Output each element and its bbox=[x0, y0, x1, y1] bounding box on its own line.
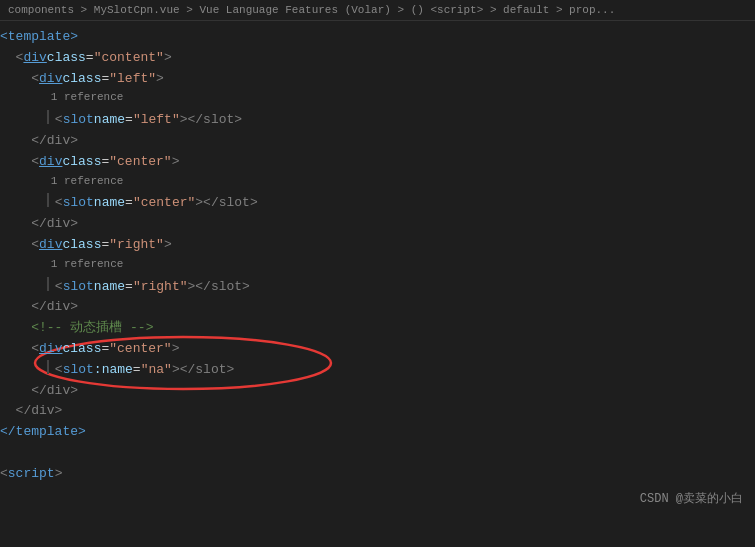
code-token: name bbox=[94, 193, 125, 214]
code-token: < bbox=[55, 193, 63, 214]
code-line: <div class="content"> bbox=[0, 48, 755, 69]
code-token: div bbox=[39, 235, 62, 256]
code-line: </div> bbox=[0, 297, 755, 318]
code-line: <template> bbox=[0, 27, 755, 48]
code-token: slot bbox=[63, 360, 94, 381]
breadcrumb-text: components > MySlotCpn.vue > Vue Languag… bbox=[8, 4, 615, 16]
code-token: div bbox=[23, 48, 46, 69]
code-line-circled-slot: <slot :name="na"></slot> bbox=[0, 360, 755, 381]
code-token: < bbox=[31, 339, 39, 360]
code-line: 1 reference bbox=[0, 173, 755, 194]
code-token: name bbox=[94, 277, 125, 298]
code-token: div bbox=[39, 339, 62, 360]
comment-token: <!-- 动态插槽 --> bbox=[31, 318, 153, 339]
code-token: > bbox=[164, 48, 172, 69]
code-line: <slot name="left"></slot> bbox=[0, 110, 755, 131]
bottom-bar: CSDN @卖菜的小白 bbox=[0, 486, 755, 511]
code-token: = bbox=[101, 69, 109, 90]
vbar bbox=[47, 110, 49, 124]
code-token: > bbox=[156, 69, 164, 90]
code-token: div bbox=[39, 69, 62, 90]
code-line: <slot name="center"></slot> bbox=[0, 193, 755, 214]
code-token: "left" bbox=[109, 69, 156, 90]
code-token: = bbox=[101, 339, 109, 360]
code-token: class bbox=[47, 48, 86, 69]
reference-hint: 1 reference bbox=[51, 173, 124, 191]
code-token: class bbox=[62, 339, 101, 360]
code-line: <div class="center"> bbox=[0, 152, 755, 173]
code-token: div bbox=[39, 152, 62, 173]
code-line: <!-- 动态插槽 --> bbox=[0, 318, 755, 339]
code-token: < bbox=[55, 360, 63, 381]
code-token: < bbox=[0, 464, 8, 485]
code-line: <div class="right"> bbox=[0, 235, 755, 256]
code-token: class bbox=[62, 69, 101, 90]
code-line: </div> bbox=[0, 381, 755, 402]
code-token: "right" bbox=[109, 235, 164, 256]
code-token: class bbox=[62, 152, 101, 173]
code-token: ></slot> bbox=[195, 193, 257, 214]
code-token: </div> bbox=[31, 131, 78, 152]
code-token: ></slot> bbox=[187, 277, 249, 298]
code-line: </div> bbox=[0, 401, 755, 422]
code-token: = bbox=[101, 235, 109, 256]
code-token: :name bbox=[94, 360, 133, 381]
code-token: > bbox=[164, 235, 172, 256]
code-token: > bbox=[172, 152, 180, 173]
code-token: "content" bbox=[94, 48, 164, 69]
code-token: <template> bbox=[0, 27, 78, 48]
code-token: < bbox=[31, 152, 39, 173]
code-token: name bbox=[94, 110, 125, 131]
code-token: </div> bbox=[16, 401, 63, 422]
code-token: "left" bbox=[133, 110, 180, 131]
code-line: 1 reference bbox=[0, 89, 755, 110]
code-token: </div> bbox=[31, 381, 78, 402]
code-token: > bbox=[55, 464, 63, 485]
code-token: </div> bbox=[31, 297, 78, 318]
code-token: < bbox=[31, 69, 39, 90]
code-token: ></slot> bbox=[180, 110, 242, 131]
vbar bbox=[47, 360, 49, 374]
code-token: slot bbox=[63, 110, 94, 131]
code-line: <div class="left"> bbox=[0, 69, 755, 90]
code-token: </template> bbox=[0, 422, 86, 443]
code-token: "center" bbox=[109, 152, 171, 173]
editor-container: components > MySlotCpn.vue > Vue Languag… bbox=[0, 0, 755, 511]
code-token: = bbox=[125, 110, 133, 131]
code-token: slot bbox=[63, 193, 94, 214]
reference-hint: 1 reference bbox=[51, 89, 124, 107]
code-token: > bbox=[172, 339, 180, 360]
code-token: < bbox=[55, 110, 63, 131]
code-token: < bbox=[55, 277, 63, 298]
code-token: script bbox=[8, 464, 55, 485]
circled-region: <div class="center"> <slot :name="na"></… bbox=[0, 339, 755, 381]
code-token: ></slot> bbox=[172, 360, 234, 381]
breadcrumb: components > MySlotCpn.vue > Vue Languag… bbox=[0, 0, 755, 21]
code-token: class bbox=[62, 235, 101, 256]
code-token: "right" bbox=[133, 277, 188, 298]
watermark-text: CSDN @卖菜的小白 bbox=[640, 490, 743, 507]
code-line: </div> bbox=[0, 214, 755, 235]
code-line-circled-div: <div class="center"> bbox=[0, 339, 755, 360]
editor-area: <template> <div class="content"> <div cl… bbox=[0, 21, 755, 511]
code-token: "center" bbox=[133, 193, 195, 214]
code-line: 1 reference bbox=[0, 256, 755, 277]
code-token: = bbox=[125, 193, 133, 214]
code-token: "na" bbox=[141, 360, 172, 381]
code-line bbox=[0, 443, 755, 464]
code-line: <slot name="right"></slot> bbox=[0, 277, 755, 298]
code-token: slot bbox=[63, 277, 94, 298]
vbar bbox=[47, 277, 49, 291]
code-token: = bbox=[101, 152, 109, 173]
code-token: "center" bbox=[109, 339, 171, 360]
code-token: < bbox=[31, 235, 39, 256]
reference-hint: 1 reference bbox=[51, 256, 124, 274]
code-token: < bbox=[16, 48, 24, 69]
code-line: <script> bbox=[0, 464, 755, 485]
code-line: </div> bbox=[0, 131, 755, 152]
code-token: = bbox=[133, 360, 141, 381]
code-token: = bbox=[125, 277, 133, 298]
code-token: </div> bbox=[31, 214, 78, 235]
vbar bbox=[47, 193, 49, 207]
code-line: </template> bbox=[0, 422, 755, 443]
